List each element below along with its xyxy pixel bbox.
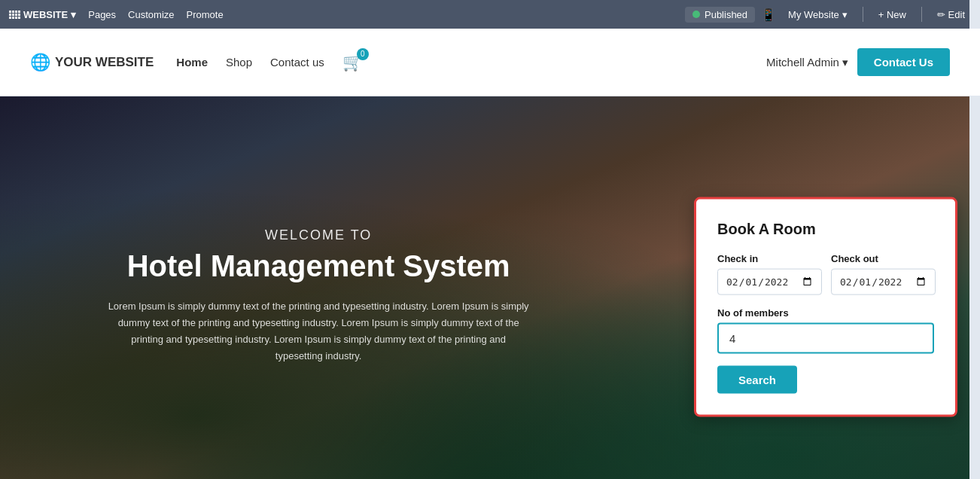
mitchell-admin-chevron: ▾ — [842, 56, 848, 69]
my-website-chevron: ▾ — [842, 9, 848, 20]
check-out-input[interactable] — [831, 269, 936, 295]
site-nav: Home Shop Contact us 🛒 0 — [176, 53, 766, 72]
website-label: WEBSITE — [23, 9, 68, 20]
check-in-field: Check in — [717, 253, 822, 295]
edit-button[interactable]: ✏ Edit — [931, 7, 971, 23]
pages-link[interactable]: Pages — [88, 9, 116, 20]
globe-icon: 🌐 — [30, 53, 50, 72]
divider — [863, 7, 863, 22]
admin-bar: WEBSITE ▾ Pages Customize Promote Publis… — [0, 0, 980, 29]
published-label: Published — [705, 9, 747, 20]
mitchell-admin-label: Mitchell Admin — [766, 56, 839, 69]
search-button[interactable]: Search — [717, 366, 797, 394]
check-in-input[interactable] — [717, 269, 822, 295]
promote-link[interactable]: Promote — [187, 9, 224, 20]
check-out-label: Check out — [831, 253, 936, 264]
admin-bar-right: Published 📱 My Website ▾ + New ✏ Edit — [685, 7, 971, 23]
published-badge[interactable]: Published — [685, 7, 755, 23]
nav-shop[interactable]: Shop — [226, 56, 252, 69]
check-out-field: Check out — [831, 253, 936, 295]
hero-section: WELCOME TO Hotel Management System Lorem… — [0, 96, 980, 479]
contact-us-button[interactable]: Contact Us — [857, 48, 950, 76]
divider2 — [921, 7, 922, 22]
published-dot — [692, 11, 700, 18]
grid-icon — [9, 11, 20, 19]
new-label: + New — [878, 9, 906, 20]
booking-title: Book A Room — [717, 221, 934, 238]
hero-description: Lorem Ipsum is simply dummy text of the … — [108, 298, 529, 365]
hero-content: WELCOME TO Hotel Management System Lorem… — [0, 96, 637, 479]
nav-contact[interactable]: Contact us — [270, 56, 324, 69]
mitchell-admin-button[interactable]: Mitchell Admin ▾ — [766, 56, 848, 69]
site-logo[interactable]: 🌐 YOUR WEBSITE — [30, 53, 154, 72]
members-field: No of members — [717, 307, 934, 354]
hero-title: Hotel Management System — [127, 249, 510, 283]
logo-text: YOUR WEBSITE — [55, 55, 154, 70]
admin-website-button[interactable]: WEBSITE ▾ — [9, 9, 76, 20]
my-website-label: My Website — [788, 9, 839, 20]
edit-label: ✏ Edit — [937, 9, 965, 20]
site-header: 🌐 YOUR WEBSITE Home Shop Contact us 🛒 0 … — [0, 29, 980, 96]
booking-dates-row: Check in Check out — [717, 253, 934, 295]
members-input[interactable] — [717, 323, 934, 354]
website-chevron: ▾ — [71, 9, 76, 20]
new-button[interactable]: + New — [872, 7, 912, 23]
customize-link[interactable]: Customize — [128, 9, 174, 20]
mobile-icon[interactable]: 📱 — [761, 8, 776, 22]
booking-card: Book A Room Check in Check out No of mem… — [694, 197, 957, 417]
header-right: Mitchell Admin ▾ Contact Us — [766, 48, 950, 76]
members-label: No of members — [717, 307, 934, 319]
cart-badge: 0 — [357, 48, 369, 60]
hero-subtitle: WELCOME TO — [265, 227, 372, 243]
admin-bar-left: WEBSITE ▾ Pages Customize Promote — [9, 9, 685, 20]
check-in-label: Check in — [717, 253, 822, 264]
nav-home[interactable]: Home — [176, 56, 208, 69]
cart-icon[interactable]: 🛒 0 — [342, 53, 363, 72]
my-website-button[interactable]: My Website ▾ — [782, 7, 854, 23]
